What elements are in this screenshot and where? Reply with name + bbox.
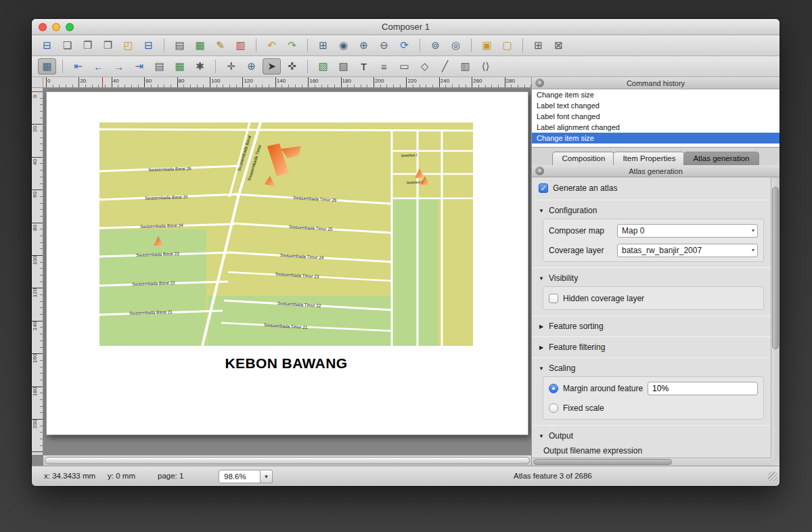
- zoom-in-icon[interactable]: ⊕: [355, 37, 373, 53]
- save-as-template-icon[interactable]: ⊟: [38, 37, 56, 53]
- redo-icon[interactable]: ↷: [283, 37, 301, 53]
- export-atlas-as-image-icon[interactable]: ▦: [171, 58, 189, 74]
- select-move-item-icon[interactable]: ➤: [263, 58, 281, 74]
- ruler-number: 220: [407, 78, 416, 84]
- composition-paper[interactable]: Swasembada Barat 26 Swasembada Barat 25 …: [46, 91, 528, 435]
- feature-filtering-section-header[interactable]: ▶ Feature filtering: [532, 340, 771, 355]
- zoom-tool-icon[interactable]: ⊕: [242, 58, 261, 74]
- ruler-number: 80: [179, 78, 185, 84]
- generate-atlas-checkbox[interactable]: ✓: [539, 183, 548, 193]
- hidden-coverage-layer-checkbox[interactable]: ✓: [549, 294, 558, 303]
- ruler-number: 200: [375, 78, 384, 84]
- page-indicator: page: 1: [158, 472, 183, 480]
- ruler-number: 140: [277, 78, 286, 84]
- scrollbar-thumb[interactable]: [45, 457, 530, 464]
- close-panel-icon[interactable]: ✕: [535, 79, 544, 87]
- composer-map-combo[interactable]: Map 0 ▾: [617, 224, 758, 238]
- refresh-view-icon[interactable]: ⟳: [395, 37, 413, 53]
- pan-composer-icon[interactable]: ✛: [222, 58, 240, 74]
- export-as-pdf-icon[interactable]: ▥: [231, 37, 250, 53]
- zoom-window-button[interactable]: [66, 23, 74, 31]
- export-as-svg-icon[interactable]: ✎: [211, 37, 229, 53]
- atlas-settings-icon[interactable]: ✱: [191, 58, 209, 74]
- history-item[interactable]: Label alignment changed: [532, 122, 780, 133]
- output-section-header[interactable]: ▼ Output: [532, 428, 771, 443]
- move-item-content-icon[interactable]: ✜: [283, 58, 301, 74]
- add-new-map-icon[interactable]: ▧: [314, 58, 332, 74]
- canvas-horizontal-scrollbar[interactable]: [43, 455, 531, 466]
- ruler-number: 20: [32, 122, 38, 137]
- atlas-feature-status: Atlas feature 3 of 2686: [514, 472, 592, 480]
- history-item[interactable]: Change item size: [532, 89, 780, 100]
- fixed-scale-radio[interactable]: [549, 403, 558, 413]
- ruler-number: 120: [244, 78, 252, 84]
- atlas-last-feature-icon[interactable]: ⇥: [130, 58, 148, 74]
- add-label-icon[interactable]: T: [355, 58, 373, 74]
- load-from-template-icon[interactable]: ◰: [119, 37, 137, 53]
- add-scalebar-icon[interactable]: ▭: [395, 58, 413, 74]
- undo-icon[interactable]: ↶: [263, 37, 281, 53]
- map-item[interactable]: Swasembada Barat 26 Swasembada Barat 25 …: [99, 123, 473, 346]
- panel-horizontal-scrollbar[interactable]: [532, 458, 771, 466]
- separator: [532, 336, 771, 337]
- unlock-all-items-icon[interactable]: ▢: [498, 37, 516, 53]
- ruler-number: 180: [32, 384, 38, 399]
- canvas-area: 020406080100120140160180200220240260280 …: [32, 77, 531, 466]
- new-composer-icon[interactable]: ❏: [58, 37, 76, 53]
- ruler-number: 0: [32, 89, 38, 104]
- toolbar-separator: [256, 39, 256, 52]
- collapse-arrow-icon: ▶: [538, 345, 545, 351]
- close-window-button[interactable]: [39, 23, 47, 31]
- scrollbar-thumb[interactable]: [772, 187, 779, 349]
- print-composition-icon[interactable]: ▤: [171, 37, 189, 53]
- ungroup-items-icon[interactable]: ⊠: [549, 37, 568, 53]
- composer-manager-icon[interactable]: ❒: [99, 37, 117, 53]
- collapse-arrow-icon: ▼: [538, 275, 545, 282]
- tab-composition[interactable]: Composition: [552, 152, 614, 165]
- print-atlas-icon[interactable]: ▤: [150, 58, 168, 74]
- visibility-section-header[interactable]: ▼ Visibility: [532, 271, 771, 286]
- add-legend-icon[interactable]: ≡: [375, 58, 393, 74]
- ruler-number: 160: [32, 351, 38, 366]
- feature-sorting-section-header[interactable]: ▶ Feature sorting: [532, 319, 771, 334]
- minimize-window-button[interactable]: [52, 23, 60, 31]
- tab-atlas-generation[interactable]: Atlas generation: [683, 152, 759, 165]
- margin-around-feature-radio[interactable]: [549, 384, 558, 393]
- cursor-position-marker: [102, 77, 103, 87]
- save-project-icon[interactable]: ⊟: [139, 37, 158, 53]
- atlas-first-feature-icon[interactable]: ⇤: [69, 58, 87, 74]
- zoom-dropdown-arrow-icon[interactable]: ▾: [261, 470, 273, 483]
- zoom-actual-size-icon[interactable]: ◉: [334, 37, 353, 53]
- tab-item-properties[interactable]: Item Properties: [613, 152, 685, 165]
- atlas-preview-icon[interactable]: ▦: [38, 58, 56, 74]
- history-item-selected[interactable]: Change item size: [532, 133, 780, 143]
- history-item[interactable]: Label font changed: [532, 111, 780, 122]
- zoom-last-icon[interactable]: ◎: [447, 37, 465, 53]
- resize-grip[interactable]: [768, 472, 777, 481]
- scrollbar-thumb[interactable]: [533, 459, 672, 465]
- add-basic-shape-icon[interactable]: ◇: [415, 58, 434, 74]
- composition-canvas[interactable]: Swasembada Barat 26 Swasembada Barat 25 …: [43, 88, 531, 455]
- atlas-next-feature-icon[interactable]: →: [110, 58, 128, 74]
- composition-title-label[interactable]: KEBON BAWANG: [99, 355, 473, 372]
- export-as-image-icon[interactable]: ▦: [191, 37, 209, 53]
- coverage-layer-combo[interactable]: batas_rw_banjir_2007 ▾: [617, 244, 758, 257]
- margin-value-input[interactable]: [648, 382, 758, 395]
- zoom-to-selection-icon[interactable]: ⊚: [426, 37, 445, 53]
- history-item[interactable]: Label text changed: [532, 100, 780, 111]
- zoom-full-icon[interactable]: ⊞: [314, 37, 332, 53]
- add-attribute-table-icon[interactable]: ▥: [456, 58, 474, 74]
- close-panel-icon[interactable]: ✕: [535, 167, 544, 175]
- panel-vertical-scrollbar[interactable]: [771, 177, 780, 458]
- zoom-out-icon[interactable]: ⊖: [375, 37, 393, 53]
- scaling-section-header[interactable]: ▼ Scaling: [532, 361, 771, 376]
- add-arrow-icon[interactable]: ╱: [436, 58, 454, 74]
- lock-selected-items-icon[interactable]: ▣: [478, 37, 496, 53]
- zoom-level-combo[interactable]: 98.6% ▾: [219, 470, 273, 483]
- group-items-icon[interactable]: ⊞: [529, 37, 547, 53]
- atlas-previous-feature-icon[interactable]: ←: [89, 58, 108, 74]
- add-image-icon[interactable]: ▨: [334, 58, 353, 74]
- duplicate-composer-icon[interactable]: ❐: [78, 37, 97, 53]
- add-html-frame-icon[interactable]: ⟨⟩: [476, 58, 495, 74]
- configuration-section-header[interactable]: ▼ Configuration: [532, 203, 771, 218]
